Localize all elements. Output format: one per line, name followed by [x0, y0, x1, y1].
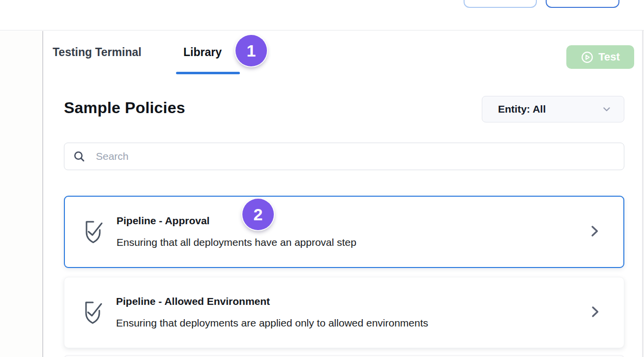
tab-library[interactable]: Library — [183, 46, 222, 59]
page-title: Sample Policies — [64, 99, 185, 117]
save-button[interactable]: Save — [464, 0, 537, 8]
annotation-step-badge-1: 1 — [235, 35, 267, 66]
shield-check-icon — [81, 218, 105, 247]
policy-card-pipeline-approval[interactable]: Pipeline - Approval Ensuring that all de… — [64, 196, 624, 268]
search-box — [64, 143, 624, 170]
chevron-right-icon — [588, 224, 601, 240]
chevron-right-icon — [589, 304, 601, 321]
tab-testing-terminal[interactable]: Testing Terminal — [53, 46, 142, 59]
discard-button[interactable]: Discard — [546, 0, 619, 8]
chevron-down-icon — [601, 104, 612, 115]
policy-title: Pipeline - Approval — [117, 215, 209, 227]
policy-card-pipeline-allowed-environment[interactable]: Pipeline - Allowed Environment Ensuring … — [64, 277, 624, 348]
active-tab-underline — [176, 72, 240, 74]
test-button-label: Test — [598, 51, 620, 63]
left-rail — [0, 31, 43, 357]
entity-filter-dropdown[interactable]: Entity: All — [482, 96, 624, 122]
play-circle-icon — [581, 51, 594, 64]
policy-title: Pipeline - Allowed Environment — [116, 296, 270, 307]
window-right-edge — [642, 0, 644, 357]
discard-button-label: Discard — [563, 0, 601, 2]
policy-description: Ensuring that deployments are applied on… — [116, 317, 428, 329]
search-input[interactable] — [96, 150, 615, 162]
policy-description: Ensuring that all deployments have an ap… — [117, 237, 356, 248]
search-icon — [73, 150, 86, 163]
test-button[interactable]: Test — [566, 45, 634, 69]
shield-check-icon — [81, 299, 104, 327]
annotation-step-badge-2: 2 — [242, 199, 274, 230]
save-button-label: Save — [495, 0, 519, 2]
policy-card-peek[interactable] — [64, 355, 624, 357]
topbar: Save Discard — [0, 0, 644, 30]
plus-icon — [481, 0, 491, 2]
entity-filter-value: Entity: All — [498, 103, 546, 115]
